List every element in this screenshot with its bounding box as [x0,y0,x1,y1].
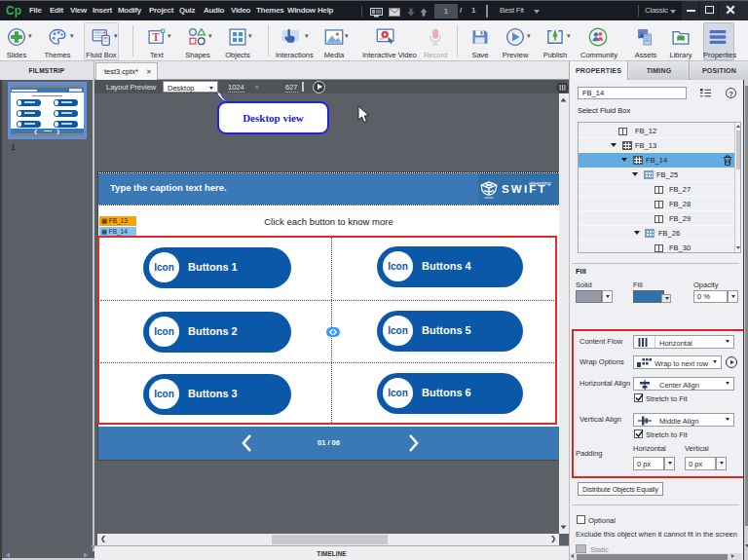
svg-text:T: T [152,31,160,44]
